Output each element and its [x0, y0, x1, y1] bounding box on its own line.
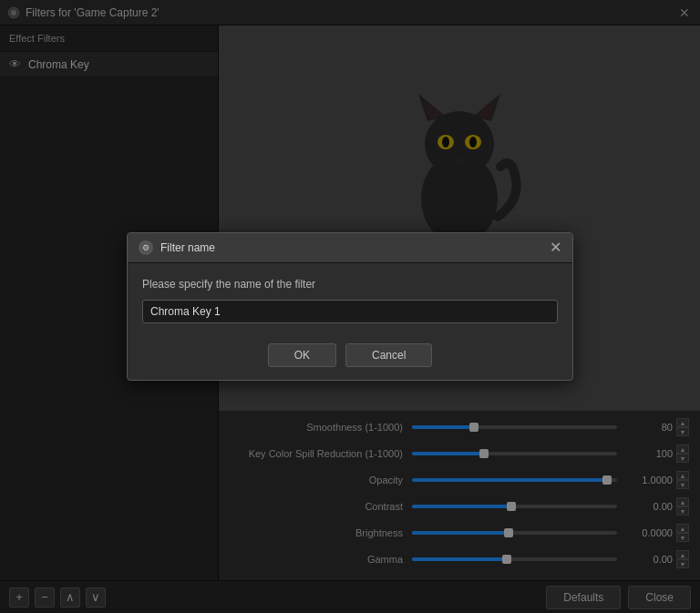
filter-name-input[interactable] [142, 300, 558, 323]
modal-header-icon: ⚙ [139, 240, 153, 255]
modal-title: Filter name [160, 241, 550, 254]
modal-footer: OK Cancel [128, 334, 572, 380]
modal-description: Please specify the name of the filter [142, 278, 558, 291]
modal-overlay: ⚙ Filter name ✕ Please specify the name … [0, 0, 700, 613]
modal-close-button[interactable]: ✕ [550, 240, 561, 255]
modal-body: Please specify the name of the filter [128, 263, 572, 334]
modal-icon-glyph: ⚙ [142, 243, 149, 252]
modal-ok-button[interactable]: OK [268, 343, 336, 367]
modal-cancel-button[interactable]: Cancel [345, 343, 432, 367]
filter-name-modal: ⚙ Filter name ✕ Please specify the name … [127, 232, 573, 381]
modal-header: ⚙ Filter name ✕ [128, 233, 572, 263]
